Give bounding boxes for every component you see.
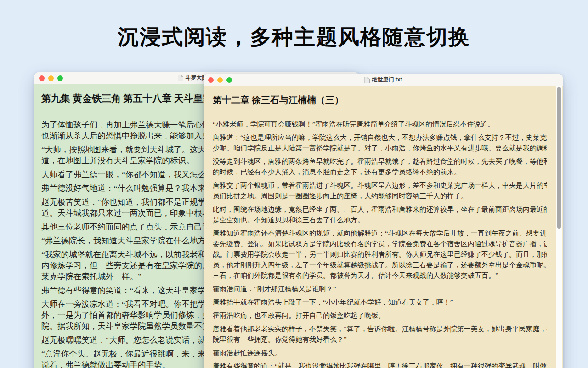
text-line: 员们比拼之地。周围则是一圈圈逐步向上的座椅，大约能够同时容纳三千人的样子。 bbox=[213, 191, 547, 201]
text-line: “小雅老师，学院可真会赚钱啊！”霍雨浩在听完唐雅简单介绍了斗魂区的情况后忍不住说… bbox=[213, 119, 547, 130]
paragraph: 唐雅知道霍雨浩还不清楚斗魂区的规矩，就向他解释道：“斗魂区在每天放学后开放，一直… bbox=[213, 228, 547, 281]
paragraph: 唐雅看着他那老老实实的样子，不禁失笑，“算了，告诉你啦。江楠楠号称是外院第一美女… bbox=[213, 324, 547, 345]
paragraph: 唐雅抬手就在霍雨浩头上敲了一下，“小小年纪就不学好，知道看美女了，哼！” bbox=[213, 297, 547, 308]
traffic-lights bbox=[39, 75, 63, 81]
document-icon bbox=[178, 75, 183, 81]
scrollbar-track[interactable] bbox=[556, 86, 562, 368]
text-line: 霍雨浩赶忙连连摇头。 bbox=[213, 348, 547, 358]
right-window-titlebar[interactable]: 绝世唐门.txt bbox=[204, 74, 563, 86]
paragraph: 霍雨浩问道：“刚才那江楠楠又是谁啊？” bbox=[213, 284, 547, 294]
text-line: 霍雨浩吃痛，也不敢再问。打开自己的饭盒吃起了晚饭。 bbox=[213, 310, 547, 321]
zoom-button[interactable] bbox=[57, 75, 63, 81]
text-line: 唐雅交了两个银魂币，带着霍雨浩进了斗魂区。斗魂区呈六边形，差不多和史莱克广场一样… bbox=[213, 180, 547, 191]
scrollbar-thumb[interactable] bbox=[557, 87, 561, 229]
reader-window-jueshi-tangmen: 绝世唐门.txt 第十二章 徐三石与江楠楠（三） “小雅老师，学院可真会赚钱啊！… bbox=[204, 74, 563, 368]
text-line: 要先缴费、登记。如果比试双方是学院内比较有名的学员，学院会免费在各个宿舍区内通过… bbox=[213, 239, 547, 249]
hero-title: 沉浸式阅读，多种主题风格随意切换 bbox=[0, 23, 588, 52]
paragraph: 霍雨浩吃痛，也不敢再问。打开自己的饭盒吃起了晚饭。 bbox=[213, 310, 547, 321]
paragraph: 霍雨浩赶忙连连摇头。 bbox=[213, 348, 547, 358]
text-line: 的时候，已经有不少人涌入，消息不胫而走之下，还有更多学员络绎不绝的前来。 bbox=[213, 167, 547, 178]
minimize-button[interactable] bbox=[48, 75, 54, 81]
text-line: 是空空如也。不知道贝贝和徐三石去了什么地方。 bbox=[213, 215, 547, 225]
text-line: 唐雅看着他那老老实实的样子，不禁失笑，“算了，告诉你啦。江楠楠号称是外院第一美女… bbox=[213, 324, 547, 334]
reader-content-cream-theme: 第十二章 徐三石与江楠楠（三） “小雅老师，学院可真会赚钱啊！”霍雨浩在听完唐雅… bbox=[204, 86, 563, 368]
text-line: 唐雅抬手就在霍雨浩头上敲了一下，“小小年纪就不学好，知道看美女了，哼！” bbox=[213, 297, 547, 308]
close-button[interactable] bbox=[208, 77, 214, 83]
paragraph: “小雅老师，学院可真会赚钱啊！”霍雨浩在听完唐雅简单介绍了斗魂区的情况后忍不住说… bbox=[213, 119, 547, 130]
chapter-text: “小雅老师，学院可真会赚钱啊！”霍雨浩在听完唐雅简单介绍了斗魂区的情况后忍不住说… bbox=[213, 119, 547, 368]
text-line: 此时，围绕在场地边缘，竟然已经坐了两、三百人，霍雨浩和唐雅来的还算较早，坐在了最… bbox=[213, 204, 547, 215]
paragraph: 此时，围绕在场地边缘，竟然已经坐了两、三百人，霍雨浩和唐雅来的还算较早，坐在了最… bbox=[213, 204, 547, 225]
text-line: 唐雅有些得意的道：“就是，我也没觉得她比我强在哪里，哼！徐三石那家伙，拥有一种很… bbox=[213, 361, 547, 368]
paragraph: 唐雅交了两个银魂币，带着霍雨浩进了斗魂区。斗魂区呈六边形，差不多和史莱克广场一样… bbox=[213, 180, 547, 201]
text-line: 战。门票费用学院会收走一半，另一半则归比赛的胜利者所有。你大师兄在这里已经赚了不… bbox=[213, 249, 547, 260]
minimize-button[interactable] bbox=[217, 77, 223, 83]
text-line: 三石，在咱们外院都是很有名的学员。都被誉为天才。估计今天来观战的人数能够突破五百… bbox=[213, 270, 547, 281]
text-line: 少呢。咱们学院反正是大陆第一富裕学院就是了。对了，小雨浩，你烤鱼的水平又有进步哦… bbox=[213, 143, 547, 154]
window-title: 绝世唐门.txt bbox=[204, 74, 563, 86]
text-line: 霍雨浩问道：“刚才那江楠楠又是谁啊？” bbox=[213, 284, 547, 294]
window-title-text: 绝世唐门.txt bbox=[372, 76, 402, 84]
traffic-lights bbox=[208, 77, 232, 83]
close-button[interactable] bbox=[39, 75, 45, 81]
text-line: 员，他才刚刚升入四年级，差了一个年级就算越级挑战了。所以徐三石要是输了，还要额外… bbox=[213, 260, 547, 270]
chapter-heading: 第十二章 徐三石与江楠楠（三） bbox=[213, 93, 547, 106]
text-line: 唐雅道：“这也是理所应当的嘛，学院这么大，开销自然也大，不想办法多赚点钱，拿什么… bbox=[213, 132, 547, 143]
document-icon bbox=[364, 77, 370, 83]
paragraph: 唐雅道：“这也是理所应当的嘛，学院这么大，开销自然也大，不想办法多赚点钱，拿什么… bbox=[213, 132, 547, 154]
text-line: 院里很有一些拥趸。你觉得她有我好看么？” bbox=[213, 334, 547, 345]
text-line: 没等走到斗魂区，唐雅的两条烤鱼早就吃完了。霍雨浩早就饿了，趁着路过食堂的时候，先… bbox=[213, 156, 547, 167]
zoom-button[interactable] bbox=[226, 77, 232, 83]
paragraph: 唐雅有些得意的道：“就是，我也没觉得她比我强在哪里，哼！徐三石那家伙，拥有一种很… bbox=[213, 361, 547, 368]
paragraph: 没等走到斗魂区，唐雅的两条烤鱼早就吃完了。霍雨浩早就饿了，趁着路过食堂的时候，先… bbox=[213, 156, 547, 178]
text-line: 唐雅知道霍雨浩还不清楚斗魂区的规矩，就向他解释道：“斗魂区在每天放学后开放，一直… bbox=[213, 228, 547, 239]
